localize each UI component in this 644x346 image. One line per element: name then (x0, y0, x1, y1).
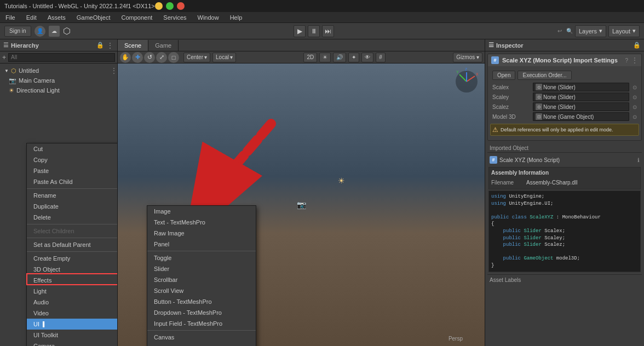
ctx-camera[interactable]: Camera (27, 341, 117, 346)
sub-ctx-image[interactable]: Image (147, 206, 256, 217)
layers-dropdown[interactable]: Layers ▾ (575, 25, 606, 37)
component-more-icon[interactable]: ⋮ (631, 56, 638, 64)
sub-ctx-dropdown-tmp[interactable]: Dropdown - TextMeshPro (147, 307, 256, 318)
hand-tool[interactable]: ✋ (120, 52, 131, 63)
layout-dropdown[interactable]: Layout ▾ (608, 25, 640, 37)
rotate-tool[interactable]: ↺ (144, 52, 155, 63)
inspector-lock-icon[interactable]: 🔒 (633, 42, 641, 49)
move-tool[interactable]: ✚ (132, 52, 143, 63)
menu-window[interactable]: Window (196, 14, 221, 21)
info-icon[interactable]: ℹ (637, 157, 640, 163)
tab-scene[interactable]: Scene (118, 40, 148, 51)
fx-toggle[interactable]: ✦ (348, 53, 359, 62)
gizmos-toggle[interactable]: Gizmos ▾ (453, 53, 482, 62)
field-options-icon[interactable]: ⊙ (633, 114, 637, 120)
gizmo-tools: ✋ ✚ ↺ ⤢ □ (120, 52, 181, 63)
local-dropdown[interactable]: Local▾ (212, 53, 236, 62)
component-body: Open Execution Order... Scalex ⊙ None (S… (488, 66, 641, 140)
unity-logo-icon[interactable]: ⬡ (63, 26, 71, 36)
ctx-3dobject[interactable]: 3D Object▶ (27, 264, 117, 275)
sub-ctx-toggle[interactable]: Toggle (147, 252, 256, 263)
value-scalez[interactable]: ⊙ None (Slider) (533, 102, 629, 111)
ctx-paste[interactable]: Paste (27, 165, 117, 176)
scale-tool[interactable]: ⤢ (156, 52, 167, 63)
ctx-duplicate[interactable]: Duplicate (27, 201, 117, 212)
camera-icon: 📷 (9, 77, 16, 84)
open-button[interactable]: Open (492, 71, 515, 80)
ctx-audio[interactable]: Audio▶ (27, 297, 117, 308)
component-help-icon[interactable]: ? (625, 57, 628, 64)
ctx-cut[interactable]: Cut (27, 143, 117, 154)
sub-ctx-canvas[interactable]: Canvas (147, 332, 256, 343)
add-icon[interactable]: + (2, 54, 6, 61)
sub-ctx-scroll-view[interactable]: Scroll View (147, 285, 256, 296)
undo-icon[interactable]: ↩ (557, 28, 562, 34)
account-icon[interactable]: 👤 (34, 26, 45, 37)
ctx-set-default-parent[interactable]: Set as Default Parent (27, 239, 117, 250)
ctx-rename[interactable]: Rename (27, 190, 117, 201)
hier-item-maincamera[interactable]: 📷 Main Camera (0, 76, 117, 85)
component-title: Scale XYZ (Mono Script) Import Settings (502, 57, 622, 64)
value-scalex[interactable]: ⊙ None (Slider) (533, 83, 629, 91)
ctx-light[interactable]: Light▶ (27, 286, 117, 297)
audio-toggle[interactable]: 🔊 (333, 53, 346, 62)
lighting-toggle[interactable]: ☀ (319, 53, 331, 62)
sub-ctx-text-tmp[interactable]: Text - TextMeshPro (147, 217, 256, 228)
field-options-icon[interactable]: ⊙ (633, 94, 637, 100)
tab-game[interactable]: Game (148, 40, 179, 51)
sub-ctx-panel[interactable]: Panel (147, 239, 256, 250)
component-header[interactable]: # Scale XYZ (Mono Script) Import Setting… (488, 54, 641, 66)
2d-toggle[interactable]: 2D (303, 53, 317, 62)
play-button[interactable]: ▶ (294, 25, 306, 37)
hier-more-icon[interactable]: ⋮ (111, 67, 117, 74)
ctx-create-empty[interactable]: Create Empty (27, 253, 117, 264)
ctx-video[interactable]: Video▶ (27, 308, 117, 319)
hierarchy-more-icon[interactable]: ⋮ (106, 41, 114, 50)
signin-button[interactable]: Sign in (4, 26, 31, 37)
sub-ctx-scrollbar[interactable]: Scrollbar (147, 274, 256, 285)
maximize-button[interactable] (166, 2, 174, 10)
ctx-paste-as-child[interactable]: Paste As Child (27, 176, 117, 187)
pause-button[interactable]: ⏸ (308, 25, 320, 37)
close-button[interactable] (177, 2, 185, 10)
minimize-button[interactable] (155, 2, 163, 10)
menu-gameobject[interactable]: GameObject (74, 14, 113, 21)
ctx-ui[interactable]: UI ▌ ▶ (27, 319, 117, 330)
grid-toggle[interactable]: # (376, 53, 386, 62)
hierarchy-lock-icon[interactable]: 🔒 (96, 42, 104, 49)
rect-tool[interactable]: □ (168, 52, 179, 63)
hier-item-directionallight[interactable]: ☀ Directional Light (0, 85, 117, 95)
sub-ctx-button-tmp[interactable]: Button - TextMeshPro (147, 296, 256, 307)
cloud-icon[interactable]: ☁ (49, 26, 60, 37)
execution-order-button[interactable]: Execution Order... (518, 71, 571, 80)
ctx-effects[interactable]: Effects▶ (27, 275, 117, 286)
sub-ctx-inputfield-tmp[interactable]: Input Field - TextMeshPro (147, 318, 256, 329)
value-model3d[interactable]: ⊡ None (Game Object) (533, 112, 629, 121)
ctx-copy[interactable]: Copy (27, 154, 117, 165)
sub-ctx-raw-image[interactable]: Raw Image (147, 228, 256, 239)
slider-icon: ⊙ (536, 94, 542, 100)
main-layout: ☰ Hierarchy 🔒 ⋮ + ▼ ⬡ Untitled ⋮ 📷 Main … (0, 39, 644, 346)
axis-gizmo[interactable]: X Y Z (453, 68, 480, 95)
field-scaley: Scaley ⊙ None (Slider) ⊙ (490, 92, 639, 102)
step-button[interactable]: ⏭ (322, 25, 334, 37)
menu-component[interactable]: Component (119, 14, 154, 21)
search-icon[interactable]: 🔍 (566, 28, 573, 34)
sub-ctx-slider[interactable]: Slider (147, 263, 256, 274)
ctx-ui-toolkit[interactable]: UI Toolkit▶ (27, 330, 117, 341)
value-scaley[interactable]: ⊙ None (Slider) (533, 93, 629, 101)
center-dropdown[interactable]: Center▾ (183, 53, 210, 62)
ctx-delete[interactable]: Delete (27, 212, 117, 223)
ctx-separator (27, 238, 117, 238)
hierarchy-search[interactable] (8, 53, 115, 62)
scene-visibility[interactable]: 👁 (361, 53, 373, 62)
sub-ctx-event-system[interactable]: Event System (147, 343, 256, 346)
field-options-icon[interactable]: ⊙ (633, 84, 637, 90)
menu-assets[interactable]: Assets (45, 14, 68, 21)
menu-services[interactable]: Services (161, 14, 188, 21)
menu-edit[interactable]: Edit (24, 14, 39, 21)
field-options-icon[interactable]: ⊙ (633, 104, 637, 110)
hier-item-untitled[interactable]: ▼ ⬡ Untitled ⋮ (0, 66, 117, 76)
menu-help[interactable]: Help (228, 14, 245, 21)
menu-file[interactable]: File (3, 14, 18, 21)
